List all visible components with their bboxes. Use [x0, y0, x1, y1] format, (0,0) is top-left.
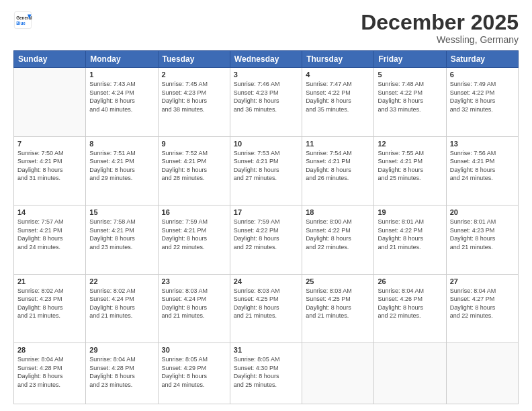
day-info: Sunrise: 8:04 AM Sunset: 4:26 PM Dayligh…: [378, 287, 442, 320]
calendar-cell-w3-d3: 16Sunrise: 7:59 AM Sunset: 4:21 PM Dayli…: [158, 205, 230, 274]
calendar-cell-w2-d3: 9Sunrise: 7:52 AM Sunset: 4:21 PM Daylig…: [158, 136, 230, 205]
calendar-cell-w4-d1: 21Sunrise: 8:02 AM Sunset: 4:23 PM Dayli…: [14, 274, 86, 342]
day-info: Sunrise: 7:49 AM Sunset: 4:22 PM Dayligh…: [450, 80, 515, 113]
col-wednesday: Wednesday: [230, 51, 302, 68]
day-info: Sunrise: 7:45 AM Sunset: 4:23 PM Dayligh…: [162, 80, 226, 113]
day-info: Sunrise: 7:47 AM Sunset: 4:22 PM Dayligh…: [306, 80, 370, 113]
day-info: Sunrise: 8:02 AM Sunset: 4:23 PM Dayligh…: [17, 287, 82, 320]
day-info: Sunrise: 7:56 AM Sunset: 4:21 PM Dayligh…: [450, 149, 515, 183]
calendar-cell-w1-d6: 5Sunrise: 7:48 AM Sunset: 4:22 PM Daylig…: [374, 68, 446, 136]
day-info: Sunrise: 7:48 AM Sunset: 4:22 PM Dayligh…: [378, 80, 442, 113]
day-number: 16: [162, 208, 226, 216]
calendar-cell-w4-d5: 25Sunrise: 8:03 AM Sunset: 4:25 PM Dayli…: [302, 274, 374, 342]
calendar-cell-w5-d5: [302, 343, 374, 404]
day-info: Sunrise: 8:01 AM Sunset: 4:23 PM Dayligh…: [450, 218, 515, 251]
day-number: 8: [89, 140, 154, 148]
calendar-cell-w4-d6: 26Sunrise: 8:04 AM Sunset: 4:26 PM Dayli…: [374, 274, 446, 342]
logo-icon: General Blue: [13, 11, 32, 30]
day-info: Sunrise: 8:04 AM Sunset: 4:28 PM Dayligh…: [89, 355, 154, 389]
calendar-cell-w3-d4: 17Sunrise: 7:59 AM Sunset: 4:22 PM Dayli…: [230, 205, 302, 274]
calendar-cell-w1-d5: 4Sunrise: 7:47 AM Sunset: 4:22 PM Daylig…: [302, 68, 374, 136]
day-number: 1: [89, 71, 154, 79]
day-number: 27: [450, 277, 515, 285]
calendar-cell-w2-d5: 11Sunrise: 7:54 AM Sunset: 4:21 PM Dayli…: [302, 136, 374, 205]
calendar-cell-w4-d3: 23Sunrise: 8:03 AM Sunset: 4:24 PM Dayli…: [158, 274, 230, 342]
calendar-cell-w3-d1: 14Sunrise: 7:57 AM Sunset: 4:21 PM Dayli…: [14, 205, 86, 274]
day-info: Sunrise: 8:03 AM Sunset: 4:25 PM Dayligh…: [234, 287, 298, 320]
col-tuesday: Tuesday: [158, 51, 230, 68]
month-title: December 2025: [361, 11, 519, 34]
day-number: 29: [89, 346, 154, 354]
day-number: 12: [378, 140, 442, 148]
day-info: Sunrise: 7:51 AM Sunset: 4:21 PM Dayligh…: [89, 149, 154, 183]
day-number: 17: [234, 208, 298, 216]
day-number: 28: [17, 346, 82, 354]
svg-rect-0: [14, 11, 31, 28]
day-info: Sunrise: 8:03 AM Sunset: 4:25 PM Dayligh…: [306, 287, 370, 320]
calendar-cell-w2-d2: 8Sunrise: 7:51 AM Sunset: 4:21 PM Daylig…: [86, 136, 158, 205]
calendar-cell-w4-d7: 27Sunrise: 8:04 AM Sunset: 4:27 PM Dayli…: [446, 274, 518, 342]
calendar-cell-w2-d4: 10Sunrise: 7:53 AM Sunset: 4:21 PM Dayli…: [230, 136, 302, 205]
day-number: 22: [89, 277, 154, 285]
calendar-cell-w3-d7: 20Sunrise: 8:01 AM Sunset: 4:23 PM Dayli…: [446, 205, 518, 274]
day-info: Sunrise: 7:43 AM Sunset: 4:24 PM Dayligh…: [89, 80, 154, 113]
calendar-cell-w1-d1: [14, 68, 86, 136]
calendar-cell-w5-d3: 30Sunrise: 8:05 AM Sunset: 4:29 PM Dayli…: [158, 343, 230, 404]
location-subtitle: Wessling, Germany: [361, 34, 519, 45]
day-number: 20: [450, 208, 515, 216]
day-info: Sunrise: 8:03 AM Sunset: 4:24 PM Dayligh…: [162, 287, 226, 320]
day-number: 10: [234, 140, 298, 148]
calendar-cell-w2-d6: 12Sunrise: 7:55 AM Sunset: 4:21 PM Dayli…: [374, 136, 446, 205]
day-info: Sunrise: 7:50 AM Sunset: 4:21 PM Dayligh…: [17, 149, 82, 183]
calendar-cell-w5-d1: 28Sunrise: 8:04 AM Sunset: 4:28 PM Dayli…: [14, 343, 86, 404]
col-monday: Monday: [86, 51, 158, 68]
calendar-cell-w1-d3: 2Sunrise: 7:45 AM Sunset: 4:23 PM Daylig…: [158, 68, 230, 136]
day-info: Sunrise: 8:01 AM Sunset: 4:22 PM Dayligh…: [378, 218, 442, 251]
day-info: Sunrise: 8:02 AM Sunset: 4:24 PM Dayligh…: [89, 287, 154, 320]
day-number: 19: [378, 208, 442, 216]
day-info: Sunrise: 7:59 AM Sunset: 4:22 PM Dayligh…: [234, 218, 298, 251]
col-friday: Friday: [374, 51, 446, 68]
day-number: 11: [306, 140, 370, 148]
day-number: 13: [450, 140, 515, 148]
day-number: 30: [162, 346, 226, 354]
day-info: Sunrise: 7:46 AM Sunset: 4:23 PM Dayligh…: [234, 80, 298, 113]
calendar-cell-w1-d7: 6Sunrise: 7:49 AM Sunset: 4:22 PM Daylig…: [446, 68, 518, 136]
header: General Blue December 2025 Wessling, Ger…: [13, 11, 519, 45]
day-number: 5: [378, 71, 442, 79]
day-number: 15: [89, 208, 154, 216]
day-info: Sunrise: 8:04 AM Sunset: 4:28 PM Dayligh…: [17, 355, 82, 389]
calendar-cell-w3-d2: 15Sunrise: 7:58 AM Sunset: 4:21 PM Dayli…: [86, 205, 158, 274]
calendar-week-2: 7Sunrise: 7:50 AM Sunset: 4:21 PM Daylig…: [14, 136, 519, 205]
day-info: Sunrise: 8:05 AM Sunset: 4:30 PM Dayligh…: [234, 355, 298, 389]
day-info: Sunrise: 8:04 AM Sunset: 4:27 PM Dayligh…: [450, 287, 515, 320]
day-number: 7: [17, 140, 82, 148]
day-info: Sunrise: 7:55 AM Sunset: 4:21 PM Dayligh…: [378, 149, 442, 183]
calendar-header-row: Sunday Monday Tuesday Wednesday Thursday…: [14, 51, 519, 68]
calendar-cell-w3-d5: 18Sunrise: 8:00 AM Sunset: 4:22 PM Dayli…: [302, 205, 374, 274]
logo: General Blue: [13, 11, 32, 30]
day-number: 23: [162, 277, 226, 285]
calendar-cell-w3-d6: 19Sunrise: 8:01 AM Sunset: 4:22 PM Dayli…: [374, 205, 446, 274]
calendar-cell-w2-d1: 7Sunrise: 7:50 AM Sunset: 4:21 PM Daylig…: [14, 136, 86, 205]
calendar-week-3: 14Sunrise: 7:57 AM Sunset: 4:21 PM Dayli…: [14, 205, 519, 274]
calendar-week-5: 28Sunrise: 8:04 AM Sunset: 4:28 PM Dayli…: [14, 343, 519, 404]
day-info: Sunrise: 7:54 AM Sunset: 4:21 PM Dayligh…: [306, 149, 370, 183]
day-number: 4: [306, 71, 370, 79]
day-info: Sunrise: 8:00 AM Sunset: 4:22 PM Dayligh…: [306, 218, 370, 251]
day-number: 25: [306, 277, 370, 285]
day-number: 3: [234, 71, 298, 79]
calendar-cell-w1-d4: 3Sunrise: 7:46 AM Sunset: 4:23 PM Daylig…: [230, 68, 302, 136]
col-saturday: Saturday: [446, 51, 518, 68]
calendar-cell-w5-d4: 31Sunrise: 8:05 AM Sunset: 4:30 PM Dayli…: [230, 343, 302, 404]
calendar-table: Sunday Monday Tuesday Wednesday Thursday…: [13, 50, 519, 404]
col-thursday: Thursday: [302, 51, 374, 68]
day-number: 2: [162, 71, 226, 79]
day-number: 21: [17, 277, 82, 285]
svg-text:Blue: Blue: [16, 21, 26, 26]
page: General Blue December 2025 Wessling, Ger…: [0, 0, 532, 411]
day-info: Sunrise: 7:59 AM Sunset: 4:21 PM Dayligh…: [162, 218, 226, 251]
calendar-cell-w5-d6: [374, 343, 446, 404]
day-info: Sunrise: 8:05 AM Sunset: 4:29 PM Dayligh…: [162, 355, 226, 389]
day-number: 31: [234, 346, 298, 354]
